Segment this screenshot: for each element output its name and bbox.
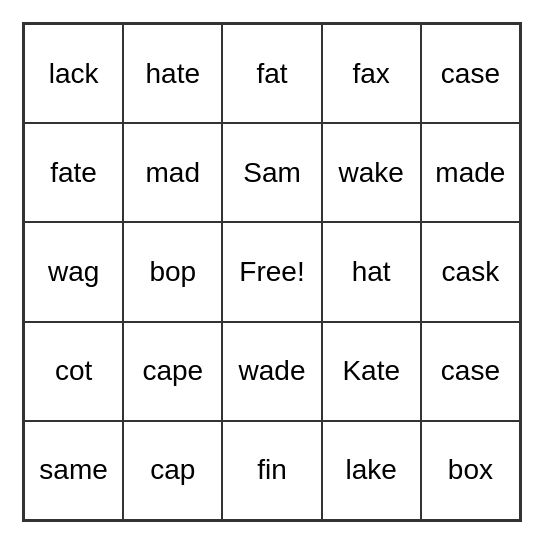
bingo-cell-21: cap: [123, 421, 222, 520]
bingo-cell-19: case: [421, 322, 520, 421]
bingo-cell-22: fin: [222, 421, 321, 520]
bingo-cell-2: fat: [222, 24, 321, 123]
bingo-cell-5: fate: [24, 123, 123, 222]
bingo-cell-10: wag: [24, 222, 123, 321]
bingo-cell-9: made: [421, 123, 520, 222]
bingo-cell-6: mad: [123, 123, 222, 222]
bingo-cell-11: bop: [123, 222, 222, 321]
bingo-cell-7: Sam: [222, 123, 321, 222]
bingo-cell-8: wake: [322, 123, 421, 222]
bingo-cell-12: Free!: [222, 222, 321, 321]
bingo-cell-17: wade: [222, 322, 321, 421]
bingo-cell-15: cot: [24, 322, 123, 421]
bingo-cell-3: fax: [322, 24, 421, 123]
bingo-cell-23: lake: [322, 421, 421, 520]
bingo-cell-1: hate: [123, 24, 222, 123]
bingo-cell-16: cape: [123, 322, 222, 421]
bingo-cell-18: Kate: [322, 322, 421, 421]
bingo-cell-20: same: [24, 421, 123, 520]
bingo-card: lackhatefatfaxcasefatemadSamwakemadewagb…: [22, 22, 522, 522]
bingo-cell-4: case: [421, 24, 520, 123]
bingo-cell-13: hat: [322, 222, 421, 321]
bingo-cell-14: cask: [421, 222, 520, 321]
bingo-cell-0: lack: [24, 24, 123, 123]
bingo-cell-24: box: [421, 421, 520, 520]
